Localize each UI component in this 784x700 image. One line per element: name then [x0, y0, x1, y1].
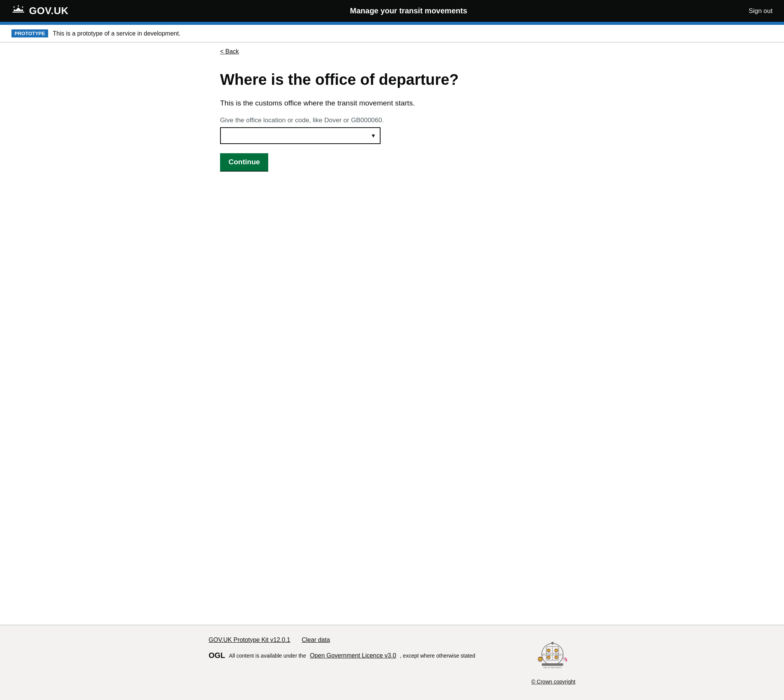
crown-icon: [12, 4, 25, 18]
footer-ogl-section: OGL All content is available under the O…: [209, 651, 529, 660]
svg-text:🦁: 🦁: [554, 655, 559, 660]
footer-licence-text-before: All content is available under the: [229, 653, 306, 659]
footer-right: ROYAL CREST 🦁 🦁 🦁 🦁 🦁 🦄 DIEU ET MON DROI…: [529, 637, 575, 685]
clear-data-link[interactable]: Clear data: [302, 637, 330, 643]
open-government-licence-link[interactable]: Open Government Licence v3.0: [310, 652, 396, 659]
office-select[interactable]: Dover (GB000060) Folkestone (GB000068): [220, 127, 381, 144]
back-link-container: < Back: [220, 42, 564, 63]
svg-text:DIEU ET MON DROIT: DIEU ET MON DROIT: [543, 667, 562, 669]
sign-out-button[interactable]: Sign out: [749, 7, 772, 15]
prototype-badge: PROTOTYPE: [12, 29, 48, 37]
footer-licence-text-after: , except where otherwise stated: [400, 653, 475, 659]
svg-text:🦁: 🦁: [546, 648, 551, 653]
page-content: Where is the office of departure? This i…: [220, 63, 564, 178]
gov-uk-logo-text: GOV.UK: [29, 5, 68, 17]
royal-crest-icon: ROYAL CREST 🦁 🦁 🦁 🦁 🦁 🦄 DIEU ET MON DROI…: [529, 637, 575, 675]
svg-text:🦁: 🦁: [554, 648, 559, 653]
prototype-description: This is a prototype of a service in deve…: [53, 30, 180, 37]
main-content: < Back Where is the office of departure?…: [209, 42, 575, 625]
site-footer: GOV.UK Prototype Kit v12.0.1 Clear data …: [0, 625, 784, 700]
svg-marker-9: [549, 642, 556, 645]
continue-button[interactable]: Continue: [220, 153, 268, 171]
footer-links: GOV.UK Prototype Kit v12.0.1 Clear data: [209, 637, 529, 643]
service-name: Manage your transit movements: [68, 7, 749, 15]
office-select-container: Dover (GB000060) Folkestone (GB000068) ▼: [220, 127, 381, 144]
form-hint: Give the office location or code, like D…: [220, 117, 564, 124]
gov-uk-logo[interactable]: GOV.UK: [12, 4, 68, 18]
page-title: Where is the office of departure?: [220, 70, 564, 88]
prototype-banner: PROTOTYPE This is a prototype of a servi…: [0, 25, 784, 42]
site-header: GOV.UK Manage your transit movements Sig…: [0, 0, 784, 22]
ogl-logo: OGL: [209, 651, 225, 660]
svg-text:🦁: 🦁: [537, 657, 543, 663]
footer-left: GOV.UK Prototype Kit v12.0.1 Clear data …: [209, 637, 529, 660]
crown-copyright-link[interactable]: © Crown copyright: [531, 678, 575, 685]
svg-text:🦄: 🦄: [562, 657, 568, 663]
svg-text:🦁: 🦁: [546, 655, 551, 660]
prototype-kit-version-link[interactable]: GOV.UK Prototype Kit v12.0.1: [209, 637, 290, 643]
svg-rect-12: [542, 663, 563, 666]
back-link[interactable]: < Back: [220, 48, 239, 55]
page-description: This is the customs office where the tra…: [220, 98, 564, 109]
footer-inner: GOV.UK Prototype Kit v12.0.1 Clear data …: [209, 637, 575, 685]
blue-bar: [0, 22, 784, 25]
